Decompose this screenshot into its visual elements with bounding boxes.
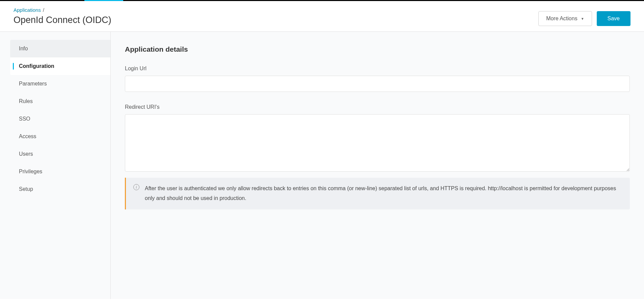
caret-down-icon: ▼ bbox=[581, 17, 584, 21]
info-box: i After the user is authenticated we onl… bbox=[125, 178, 630, 209]
more-actions-label: More Actions bbox=[546, 16, 577, 22]
sidebar-item-parameters[interactable]: Parameters bbox=[10, 75, 110, 93]
more-actions-button[interactable]: More Actions ▼ bbox=[538, 11, 592, 26]
redirect-uris-group: Redirect URI's i After the user is authe… bbox=[125, 104, 630, 209]
sidebar-item-setup[interactable]: Setup bbox=[10, 180, 110, 198]
login-url-label: Login Url bbox=[125, 66, 630, 72]
info-message: After the user is authenticated we only … bbox=[145, 184, 622, 203]
login-url-group: Login Url bbox=[125, 66, 630, 92]
page-title: OpenId Connect (OIDC) bbox=[14, 15, 538, 25]
info-icon: i bbox=[133, 184, 139, 190]
main-content: Application details Login Url Redirect U… bbox=[111, 32, 644, 299]
login-url-input[interactable] bbox=[125, 76, 630, 92]
sidebar-item-configuration[interactable]: Configuration bbox=[10, 57, 110, 75]
sidebar-item-users[interactable]: Users bbox=[10, 145, 110, 163]
header-actions: More Actions ▼ Save bbox=[538, 11, 630, 26]
breadcrumb-separator: / bbox=[43, 7, 44, 13]
sidebar-item-access[interactable]: Access bbox=[10, 128, 110, 145]
sidebar-item-rules[interactable]: Rules bbox=[10, 93, 110, 110]
redirect-uris-textarea[interactable] bbox=[125, 114, 630, 172]
sidebar: Info Configuration Parameters Rules SSO … bbox=[0, 32, 111, 299]
breadcrumb-parent-link[interactable]: Applications bbox=[14, 7, 41, 13]
save-button[interactable]: Save bbox=[597, 11, 630, 26]
redirect-uris-label: Redirect URI's bbox=[125, 104, 630, 110]
sidebar-item-info[interactable]: Info bbox=[10, 40, 110, 57]
breadcrumb: Applications / bbox=[14, 7, 538, 13]
page-header: Applications / OpenId Connect (OIDC) Mor… bbox=[0, 1, 644, 32]
section-title: Application details bbox=[125, 45, 630, 53]
sidebar-item-sso[interactable]: SSO bbox=[10, 110, 110, 128]
sidebar-item-privileges[interactable]: Privileges bbox=[10, 163, 110, 180]
